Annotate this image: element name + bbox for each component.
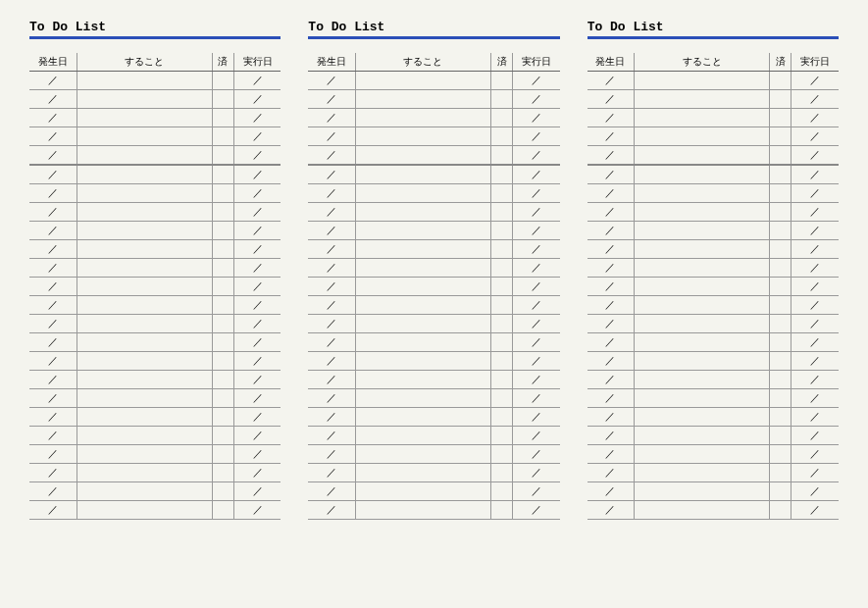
cell-date2[interactable]: ／ [513,371,560,389]
cell-date1[interactable]: ／ [587,184,635,203]
cell-done[interactable] [212,501,233,520]
cell-done[interactable] [491,352,513,371]
cell-task[interactable] [355,184,490,203]
cell-done[interactable] [491,315,513,333]
cell-date1[interactable]: ／ [29,203,77,222]
cell-done[interactable] [491,127,513,146]
cell-done[interactable] [212,445,233,464]
cell-date2[interactable]: ／ [513,501,560,520]
cell-done[interactable] [770,184,791,203]
cell-task[interactable] [77,165,212,184]
cell-done[interactable] [491,371,513,389]
cell-done[interactable] [212,146,233,166]
cell-task[interactable] [77,203,212,222]
cell-done[interactable] [212,90,233,109]
cell-task[interactable] [635,146,770,166]
cell-date1[interactable]: ／ [587,296,635,315]
cell-date1[interactable]: ／ [29,278,77,296]
cell-date1[interactable]: ／ [587,352,635,371]
cell-date2[interactable]: ／ [791,146,839,166]
cell-task[interactable] [635,427,770,445]
cell-done[interactable] [770,464,791,482]
cell-done[interactable] [770,240,791,259]
cell-task[interactable] [635,408,770,427]
cell-date2[interactable]: ／ [233,333,281,352]
cell-done[interactable] [212,109,233,127]
cell-date1[interactable]: ／ [308,278,355,296]
cell-date1[interactable]: ／ [29,240,77,259]
cell-done[interactable] [212,389,233,408]
cell-date1[interactable]: ／ [587,278,635,296]
cell-date1[interactable]: ／ [308,203,355,222]
cell-date1[interactable]: ／ [587,464,635,482]
cell-done[interactable] [491,408,513,427]
cell-date2[interactable]: ／ [233,427,281,445]
cell-task[interactable] [355,259,490,278]
cell-done[interactable] [770,333,791,352]
cell-date1[interactable]: ／ [308,501,355,520]
cell-date1[interactable]: ／ [587,127,635,146]
cell-date1[interactable]: ／ [308,184,355,203]
cell-done[interactable] [770,315,791,333]
cell-date2[interactable]: ／ [791,371,839,389]
cell-done[interactable] [770,109,791,127]
cell-date2[interactable]: ／ [513,408,560,427]
cell-task[interactable] [355,127,490,146]
cell-date2[interactable]: ／ [233,315,281,333]
cell-date2[interactable]: ／ [513,127,560,146]
cell-done[interactable] [491,109,513,127]
cell-date1[interactable]: ／ [308,90,355,109]
cell-done[interactable] [212,482,233,501]
cell-task[interactable] [635,127,770,146]
cell-date2[interactable]: ／ [513,146,560,166]
cell-done[interactable] [212,315,233,333]
cell-task[interactable] [355,501,490,520]
cell-done[interactable] [770,371,791,389]
cell-date1[interactable]: ／ [587,90,635,109]
cell-date2[interactable]: ／ [233,184,281,203]
cell-date2[interactable]: ／ [233,259,281,278]
cell-task[interactable] [355,408,490,427]
cell-date2[interactable]: ／ [513,222,560,240]
cell-done[interactable] [770,408,791,427]
cell-date2[interactable]: ／ [513,184,560,203]
cell-task[interactable] [77,296,212,315]
cell-done[interactable] [212,296,233,315]
cell-done[interactable] [770,165,791,184]
cell-task[interactable] [77,482,212,501]
cell-done[interactable] [491,333,513,352]
cell-task[interactable] [355,296,490,315]
cell-date1[interactable]: ／ [587,240,635,259]
cell-done[interactable] [770,146,791,166]
cell-date2[interactable]: ／ [791,482,839,501]
cell-done[interactable] [491,482,513,501]
cell-task[interactable] [635,165,770,184]
cell-date2[interactable]: ／ [233,389,281,408]
cell-date1[interactable]: ／ [29,127,77,146]
cell-task[interactable] [355,333,490,352]
cell-done[interactable] [212,222,233,240]
cell-done[interactable] [770,389,791,408]
cell-date2[interactable]: ／ [233,482,281,501]
cell-task[interactable] [635,109,770,127]
cell-date1[interactable]: ／ [308,445,355,464]
cell-date2[interactable]: ／ [791,90,839,109]
cell-done[interactable] [491,296,513,315]
cell-done[interactable] [770,482,791,501]
cell-task[interactable] [355,445,490,464]
cell-date2[interactable]: ／ [233,408,281,427]
cell-task[interactable] [355,146,490,166]
cell-date1[interactable]: ／ [29,165,77,184]
cell-task[interactable] [355,222,490,240]
cell-task[interactable] [77,333,212,352]
cell-done[interactable] [491,501,513,520]
cell-task[interactable] [77,72,212,90]
cell-task[interactable] [77,408,212,427]
cell-done[interactable] [491,203,513,222]
cell-task[interactable] [77,259,212,278]
cell-task[interactable] [355,278,490,296]
cell-date2[interactable]: ／ [791,165,839,184]
cell-done[interactable] [770,203,791,222]
cell-date1[interactable]: ／ [29,371,77,389]
cell-task[interactable] [77,501,212,520]
